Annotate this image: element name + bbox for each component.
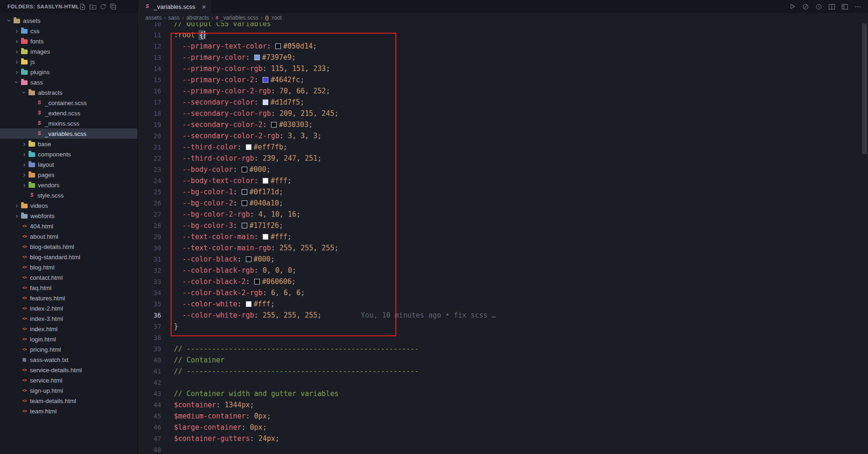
code-line-36[interactable]: 36 --color-white-rgb: 255, 255, 255;You,… <box>138 310 868 321</box>
tree-file-sass-watch.txt[interactable]: ≣sass-watch.txt <box>0 355 137 365</box>
code-line-26[interactable]: 26 --bg-color-2: #040a10; <box>138 198 868 209</box>
tree-folder-fonts[interactable]: ›fonts <box>0 36 137 46</box>
close-icon[interactable]: × <box>202 3 206 11</box>
split-editor-button[interactable] <box>828 3 835 10</box>
folder-icon <box>21 60 28 64</box>
breadcrumb-item-_variablesscss[interactable]: S_variables.scss <box>215 14 258 21</box>
tree-file-about.html[interactable]: <>about.html <box>0 231 137 241</box>
code-line-19[interactable]: 19 --secondary-color-2: #030303; <box>138 119 868 130</box>
breadcrumb-item-root[interactable]: {}:root <box>265 14 282 21</box>
code-line-46[interactable]: 46$large-container: 0px; <box>138 422 868 433</box>
breadcrumb-item-sass[interactable]: sass <box>168 14 180 21</box>
code-line-47[interactable]: 47$container-gutters: 24px; <box>138 433 868 444</box>
tree-file-404.html[interactable]: <>404.html <box>0 221 137 231</box>
code-line-41[interactable]: 41// -----------------------------------… <box>138 366 868 377</box>
code-line-13[interactable]: 13 --primary-color: #7397e9; <box>138 52 868 63</box>
code-line-10[interactable]: 10// Output CSS variables <box>138 22 868 29</box>
tree-file-style.scss[interactable]: Sstyle.scss <box>0 190 137 200</box>
code-line-16[interactable]: 16 --primary-color-2-rgb: 70, 66, 252; <box>138 85 868 97</box>
tree-file-_container.scss[interactable]: S_container.scss <box>0 98 137 108</box>
code-line-28[interactable]: 28 --bg-color-3: #171f26; <box>138 220 868 231</box>
tree-folder-css[interactable]: ›css <box>0 26 137 36</box>
breadcrumb-item-abstracts[interactable]: abstracts <box>186 14 209 21</box>
tree-file-index.html[interactable]: <>index.html <box>0 324 137 334</box>
code-line-24[interactable]: 24 --body-text-color: #fff; <box>138 175 868 186</box>
history-icon[interactable] <box>815 3 822 10</box>
tree-folder-components[interactable]: ›components <box>0 149 137 159</box>
code-line-38[interactable]: 38 <box>138 332 868 343</box>
tree-folder-layout[interactable]: ›layout <box>0 159 137 170</box>
code-line-39[interactable]: 39// -----------------------------------… <box>138 343 868 355</box>
tree-file-contact.html[interactable]: <>contact.html <box>0 272 137 283</box>
code-line-11[interactable]: 11:root { <box>138 29 868 41</box>
tree-folder-vendors[interactable]: ›vendors <box>0 180 137 190</box>
code-line-37[interactable]: 37} <box>138 321 868 332</box>
tree-file-pricing.html[interactable]: <>pricing.html <box>0 344 137 355</box>
code-line-17[interactable]: 17 --secondary-color: #d1d7f5; <box>138 97 868 108</box>
code-line-45[interactable]: 45$medium-container: 0px; <box>138 411 868 422</box>
code-line-12[interactable]: 12 --primary-text-color: #050d14; <box>138 41 868 52</box>
tree-file-faq.html[interactable]: <>faq.html <box>0 283 137 293</box>
tree-folder-abstracts[interactable]: ›abstracts <box>0 87 137 98</box>
tree-file-_mixins.scss[interactable]: S_mixins.scss <box>0 118 137 128</box>
tree-folder-webfonts[interactable]: ›webfonts <box>0 211 137 221</box>
tab-variables-scss[interactable]: S _variables.scss × <box>138 0 212 13</box>
tree-file-index-3.html[interactable]: <>index-3.html <box>0 313 137 324</box>
tree-file-_extend.scss[interactable]: S_extend.scss <box>0 108 137 118</box>
code-line-29[interactable]: 29 --text-color-main: #fff; <box>138 231 868 242</box>
code-line-35[interactable]: 35 --color-white: #fff; <box>138 298 868 310</box>
code-line-44[interactable]: 44$container: 1344px; <box>138 399 868 411</box>
vertical-scrollbar[interactable] <box>862 23 867 154</box>
tree-file-blog-details.html[interactable]: <>blog-details.html <box>0 241 137 252</box>
tree-folder-sass[interactable]: ›sass <box>0 77 137 87</box>
tree-file-blog.html[interactable]: <>blog.html <box>0 262 137 272</box>
tree-folder-assets[interactable]: ›assets <box>0 15 137 26</box>
breadcrumb-separator: › <box>211 14 213 21</box>
code-line-33[interactable]: 33 --color-black-2: #060606; <box>138 276 868 287</box>
new-folder-button[interactable] <box>89 3 96 10</box>
code-line-14[interactable]: 14 --primary-color-rgb: 115, 151, 233; <box>138 63 868 74</box>
code-line-23[interactable]: 23 --body-color: #000; <box>138 164 868 175</box>
code-line-42[interactable]: 42 <box>138 377 868 388</box>
code-line-30[interactable]: 30 --text-color-main-rgb: 255, 255, 255; <box>138 242 868 254</box>
code-line-34[interactable]: 34 --color-black-2-rgb: 6, 6, 6; <box>138 287 868 298</box>
tree-file-index-2.html[interactable]: <>index-2.html <box>0 303 137 313</box>
breadcrumb-item-assets[interactable]: assets <box>145 14 162 21</box>
code-line-22[interactable]: 22 --third-color-rgb: 239, 247, 251; <box>138 153 868 164</box>
code-line-27[interactable]: 27 --bg-color-2-rgb: 4, 10, 16; <box>138 209 868 220</box>
code-line-25[interactable]: 25 --bg-color-1: #0f171d; <box>138 186 868 198</box>
collapse-folders-button[interactable] <box>110 3 117 10</box>
code-area[interactable]: 10// Output CSS variables11:root {12 --p… <box>138 22 868 454</box>
tree-file-sign-up.html[interactable]: <>sign-up.html <box>0 385 137 396</box>
code-line-18[interactable]: 18 --secondary-color-rgb: 209, 215, 245; <box>138 108 868 119</box>
tree-folder-pages[interactable]: ›pages <box>0 170 137 180</box>
new-file-button[interactable] <box>79 3 86 10</box>
customize-layout-button[interactable] <box>841 3 848 10</box>
refresh-explorer-button[interactable] <box>100 3 107 10</box>
tree-file-login.html[interactable]: <>login.html <box>0 334 137 344</box>
tree-folder-images[interactable]: ›images <box>0 46 137 57</box>
tree-folder-base[interactable]: ›base <box>0 139 137 149</box>
tree-folder-plugins[interactable]: ›plugins <box>0 67 137 77</box>
run-button[interactable] <box>789 3 796 10</box>
tree-folder-videos[interactable]: ›videos <box>0 200 137 211</box>
tree-file-team-details.html[interactable]: <>team-details.html <box>0 396 137 406</box>
circle-slash-icon[interactable] <box>802 3 809 10</box>
code-line-15[interactable]: 15 --primary-color-2: #4642fc; <box>138 74 868 85</box>
code-line-31[interactable]: 31 --color-black: #000; <box>138 254 868 265</box>
tree-file-_variables.scss[interactable]: S_variables.scss <box>0 128 137 139</box>
code-line-48[interactable]: 48 <box>138 444 868 454</box>
line-content: --primary-text-color: #050d14; <box>161 41 317 52</box>
more-actions-button[interactable] <box>854 3 861 10</box>
tree-file-features.html[interactable]: <>features.html <box>0 293 137 303</box>
tree-file-team.html[interactable]: <>team.html <box>0 406 137 416</box>
code-line-21[interactable]: 21 --third-color: #eff7fb; <box>138 142 868 153</box>
tree-file-service.html[interactable]: <>service.html <box>0 375 137 385</box>
code-line-43[interactable]: 43// Container width and gutter variable… <box>138 388 868 399</box>
tree-folder-js[interactable]: ›js <box>0 57 137 67</box>
tree-file-service-details.html[interactable]: <>service-details.html <box>0 365 137 375</box>
code-line-40[interactable]: 40// Container <box>138 355 868 366</box>
tree-file-blog-standard.html[interactable]: <>blog-standard.html <box>0 252 137 262</box>
code-line-32[interactable]: 32 --color-black-rgb: 0, 0, 0; <box>138 265 868 276</box>
code-line-20[interactable]: 20 --secondary-color-2-rgb: 3, 3, 3; <box>138 130 868 142</box>
